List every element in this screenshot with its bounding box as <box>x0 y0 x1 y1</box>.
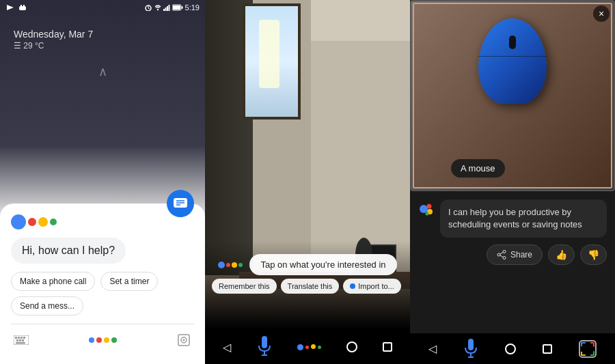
thumbs-up-button[interactable]: 👍 <box>548 244 575 265</box>
google-lens-icon <box>579 340 597 358</box>
result-recents-btn[interactable] <box>543 344 552 354</box>
panel3-nav-bar: ◁ <box>410 333 615 364</box>
play-icon <box>5 4 15 11</box>
battery-icon <box>172 4 183 11</box>
lens-hint-area: Tap on what you're interested in <box>205 254 410 275</box>
svg-rect-31 <box>262 336 267 348</box>
dot-green <box>50 219 57 225</box>
time-display: 5:19 <box>185 3 200 12</box>
bottom-input-bar <box>11 324 194 353</box>
weather-text: ☰ 29 °C <box>14 41 191 51</box>
share-button[interactable]: Share <box>487 244 543 265</box>
svg-point-38 <box>503 251 506 253</box>
response-text: I can help you be productive by scheduli… <box>440 199 607 238</box>
svg-rect-24 <box>16 339 18 341</box>
svg-rect-3 <box>23 5 25 7</box>
camera-recents-btn[interactable] <box>383 342 392 352</box>
google-lens-logo <box>218 262 243 268</box>
date-text: Wednesday, Mar 7 <box>14 29 191 40</box>
google-assistant-logo <box>11 214 194 229</box>
svg-marker-0 <box>7 5 14 10</box>
google-dots-small <box>89 337 117 343</box>
keyboard-icon[interactable] <box>11 330 31 350</box>
camera-home-btn[interactable] <box>346 341 357 352</box>
svg-rect-27 <box>16 342 25 344</box>
greeting-bubble: Hi, how can I help? <box>11 238 126 264</box>
mic-button[interactable] <box>256 336 273 358</box>
dot-blue <box>11 214 26 229</box>
svg-rect-22 <box>20 337 23 339</box>
svg-rect-23 <box>23 337 25 339</box>
share-label: Share <box>510 250 532 260</box>
alarm-icon <box>144 4 152 11</box>
svg-rect-21 <box>18 337 20 339</box>
lens-icon-button[interactable] <box>579 340 597 358</box>
chip-remember[interactable]: Remember this <box>212 279 277 294</box>
window-light <box>259 20 279 88</box>
dot-yellow <box>38 217 48 227</box>
result-microphone-icon <box>463 339 478 359</box>
result-body: I can help you be productive by scheduli… <box>410 191 615 333</box>
tap-bubble: Tap on what you're interested in <box>249 254 396 275</box>
result-image-area: × A mouse <box>410 0 615 191</box>
suggestion-chips: Make a phone call Set a timer Send a mes… <box>11 272 194 316</box>
result-home-btn[interactable] <box>505 344 516 354</box>
microphone-icon <box>256 336 273 358</box>
mouse-image <box>410 0 615 191</box>
panel-assistant-home: 5:19 Wednesday, Mar 7 ☰ 29 °C ∧ <box>0 0 205 364</box>
window <box>243 3 301 120</box>
svg-point-40 <box>503 257 506 260</box>
status-left-icons <box>5 4 27 11</box>
chat-icon <box>174 198 187 209</box>
svg-point-37 <box>426 212 429 216</box>
svg-point-7 <box>156 9 158 10</box>
svg-rect-43 <box>468 339 474 350</box>
message-icon-button[interactable] <box>167 190 194 217</box>
svg-rect-20 <box>15 337 17 339</box>
assistant-avatar <box>418 201 435 217</box>
import-icon <box>350 283 355 289</box>
mouse-divider <box>478 56 547 57</box>
svg-rect-14 <box>173 5 180 10</box>
svg-rect-11 <box>168 5 169 11</box>
svg-rect-26 <box>22 339 24 341</box>
screenshot-icon[interactable] <box>174 330 194 350</box>
google-dots-camera <box>297 344 321 350</box>
mouse-body <box>478 18 547 104</box>
close-button[interactable]: × <box>593 5 610 22</box>
result-back-btn[interactable]: ◁ <box>428 342 437 355</box>
svg-point-39 <box>497 253 500 256</box>
share-icon <box>497 250 506 260</box>
panel-camera-lens: Tap on what you're interested in Remembe… <box>205 0 410 364</box>
camera-back-btn[interactable]: ◁ <box>223 341 231 354</box>
chip-phone-call[interactable]: Make a phone call <box>11 272 95 291</box>
result-mic-button[interactable] <box>463 339 478 359</box>
svg-point-34 <box>420 205 428 213</box>
status-bar: 5:19 <box>0 0 205 15</box>
svg-rect-13 <box>181 6 182 9</box>
mouse-shape <box>475 18 550 114</box>
signal-icon <box>163 4 170 11</box>
chip-message[interactable]: Send a mess... <box>11 296 83 316</box>
svg-line-6 <box>148 8 150 9</box>
thumbs-down-button[interactable]: 👎 <box>580 244 607 265</box>
chevron-area[interactable]: ∧ <box>0 57 205 86</box>
svg-point-30 <box>183 339 185 341</box>
svg-rect-1 <box>19 6 26 10</box>
chip-translate[interactable]: Translate this <box>281 279 340 294</box>
android-icon <box>18 4 27 11</box>
result-label: A mouse <box>451 159 505 178</box>
svg-rect-10 <box>167 6 168 11</box>
chip-timer[interactable]: Set a timer <box>100 272 158 291</box>
mouse-scroll-wheel <box>509 36 516 49</box>
svg-rect-25 <box>19 339 21 341</box>
svg-line-41 <box>500 253 503 255</box>
date-area: Wednesday, Mar 7 ☰ 29 °C <box>0 15 205 57</box>
close-icon: × <box>599 8 604 19</box>
camera-action-chips: Remember this Translate this Import to..… <box>205 273 410 299</box>
svg-rect-8 <box>163 9 165 11</box>
action-buttons-row: Share 👍 👎 <box>418 244 607 265</box>
chip-import[interactable]: Import to... <box>343 279 401 294</box>
chevron-up-icon: ∧ <box>98 64 107 79</box>
status-right-icons: 5:19 <box>144 3 200 12</box>
